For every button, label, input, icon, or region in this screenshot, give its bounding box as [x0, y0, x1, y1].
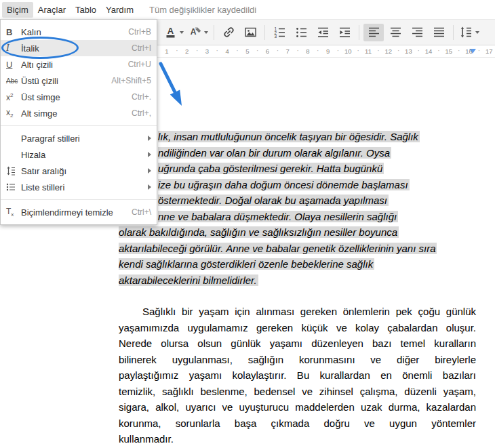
menu-shortcut: Ctrl+.: [132, 92, 151, 102]
underline-icon: U: [6, 60, 21, 70]
ruler-tick: ·: [236, 47, 238, 54]
selected-text: lık, insan mutluluğunun öncelik taşıyan …: [158, 131, 420, 142]
menu-item-line-spacing[interactable]: Satır aralığı: [1, 163, 157, 179]
menu-item-label: Paragraf stilleri: [21, 134, 141, 144]
increase-indent-icon: [338, 25, 352, 39]
menubar-item-format[interactable]: Biçim: [2, 2, 33, 18]
ruler-tick: ·: [176, 47, 178, 54]
align-left-icon: [367, 25, 381, 39]
menu-item-label: Altı çizili: [21, 60, 121, 70]
text-line: kendi sağlıklarına gösterdikleri özenle …: [119, 256, 437, 272]
ruler-number: 10: [344, 47, 352, 55]
menu-item-label: Üstü çizili: [21, 76, 104, 86]
highlight-color-button[interactable]: A: [186, 24, 210, 41]
align-justify-icon: [432, 25, 446, 39]
menu-item-label: Liste stilleri: [21, 182, 141, 192]
svg-text:A: A: [167, 26, 174, 36]
ruler-number: 15: [446, 47, 453, 55]
menu-item-italic[interactable]: IİtalikCtrl+I: [1, 40, 157, 56]
selected-text: aktarılabileceği görülür. Anne ve babala…: [119, 243, 437, 254]
numbered-list-button[interactable]: 123: [269, 24, 290, 41]
ruler-number: 6: [266, 47, 269, 55]
text-line: ndiliğinden var olan bir durum olarak al…: [158, 145, 437, 161]
submenu-arrow-icon: [148, 184, 151, 190]
ruler-number: 9: [326, 47, 330, 55]
selected-text: nne ve babalara düşmektedir. Olaya nesil…: [158, 211, 398, 222]
increase-indent-button[interactable]: [334, 24, 355, 41]
toolbar-separator: [264, 25, 265, 40]
menu-item-clear-formatting[interactable]: TxBiçimlendirmeyi temizleCtrl+\: [1, 204, 157, 220]
text-line: korunma, sorunlarla başa çıkmada doğru v…: [119, 415, 476, 432]
line-spacing-button[interactable]: [458, 24, 481, 41]
menu-item-subscript[interactable]: x2Alt simgeCtrl+,: [1, 105, 157, 121]
ruler-number: 14: [425, 47, 433, 55]
menu-item-label: Alt simge: [21, 108, 125, 119]
ruler-tick: ·: [418, 47, 420, 54]
bulleted-list-icon: [294, 25, 309, 39]
toolbar-separator: [453, 25, 454, 40]
decrease-indent-icon: [316, 25, 330, 39]
submenu-arrow-icon: [148, 168, 151, 174]
align-right-icon: [410, 25, 424, 39]
clear-formatting-icon: Tx: [6, 207, 21, 218]
insert-link-icon: [222, 25, 236, 39]
superscript-icon: x2: [6, 92, 21, 102]
align-left-button[interactable]: [363, 24, 384, 41]
dropdown-arrow-icon: [204, 31, 208, 34]
menu-item-align[interactable]: Hizala: [1, 146, 157, 163]
text-line: paylaştığımız yaşamı kolaylaştırır. Bu k…: [119, 367, 476, 384]
selected-text: uğrunda çaba gösterilmesi gerekir. Hatta…: [158, 163, 384, 174]
menubar: BiçimAraçlarTabloYardım Tüm değişiklikle…: [0, 0, 495, 19]
text-line: aktarabileceklerini bilmelidirler.: [119, 272, 437, 289]
menubar-item-help[interactable]: Yardım: [101, 2, 138, 18]
menu-item-label: Biçimlendirmeyi temizle: [21, 207, 125, 218]
align-center-button[interactable]: [385, 24, 405, 41]
text-color-icon: A: [163, 25, 178, 39]
selected-text: aktarabileceklerini bilmelidirler.: [119, 274, 258, 286]
save-status: Tüm değişiklikler kaydedildi: [149, 5, 256, 15]
ruler-tick: ·: [337, 47, 339, 54]
text-line: uğrunda çaba gösterilmesi gerekir. Hatta…: [158, 161, 437, 177]
italic-icon: I: [6, 43, 21, 54]
bold-icon: B: [6, 27, 21, 37]
menu-item-bold[interactable]: BKalınCtrl+B: [1, 24, 157, 40]
list-styles-icon: [6, 182, 21, 192]
menu-separator: [1, 199, 157, 200]
text-line: lık, insan mutluluğunun öncelik taşıyan …: [158, 129, 437, 145]
insert-image-button[interactable]: [240, 24, 260, 41]
align-justify-button[interactable]: [429, 24, 449, 41]
dropdown-arrow-icon: [475, 31, 479, 34]
submenu-arrow-icon: [148, 136, 151, 141]
ruler-number: 11: [365, 47, 372, 55]
ruler-number: 1: [165, 47, 168, 55]
text-color-button[interactable]: A: [162, 24, 185, 41]
menu-item-list-styles[interactable]: Liste stilleri: [1, 179, 157, 195]
menu-item-underline[interactable]: UAltı çiziliCtrl+U: [1, 56, 157, 73]
line-spacing-icon: [6, 166, 21, 176]
bulleted-list-button[interactable]: [291, 24, 311, 41]
text-line: Nerede olursa olsun günlük yaşamı düzenl…: [119, 335, 476, 352]
ruler-tick: ·: [256, 47, 258, 54]
dropdown-arrow-icon: [180, 31, 184, 34]
ruler-tick: ·: [377, 47, 379, 54]
ruler-number: 4: [225, 47, 229, 55]
align-right-button[interactable]: [407, 24, 427, 41]
ruler-number: 3: [205, 47, 209, 55]
menu-item-superscript[interactable]: x2Üst simgeCtrl+.: [1, 89, 157, 105]
paragraph-selected-italic: lık, insan mutluluğunun öncelik taşıyan …: [119, 129, 437, 288]
menu-item-paragraph-styles[interactable]: Paragraf stilleri: [1, 130, 157, 146]
format-menu-dropdown: BKalınCtrl+BIİtalikCtrl+IUAltı çiziliCtr…: [0, 19, 157, 225]
menu-shortcut: Ctrl+\: [132, 207, 151, 217]
menu-item-strikethrough[interactable]: AbcÜstü çiziliAlt+Shift+5: [1, 73, 157, 89]
menubar-item-tools[interactable]: Araçlar: [33, 2, 71, 18]
menu-separator: [1, 125, 157, 126]
insert-link-button[interactable]: [218, 24, 239, 41]
menubar-item-table[interactable]: Tablo: [71, 2, 101, 18]
paragraph-justified: Sağlıklı bir yaşam için alınması gereken…: [119, 304, 476, 447]
svg-text:A: A: [191, 27, 197, 37]
text-line: yaşamımızda uygulamamız gereken küçük ve…: [119, 320, 476, 336]
decrease-indent-button[interactable]: [313, 24, 333, 41]
insert-image-icon: [243, 25, 258, 39]
highlight-color-icon: A: [188, 25, 202, 39]
menu-shortcut: Ctrl+U: [128, 60, 151, 69]
